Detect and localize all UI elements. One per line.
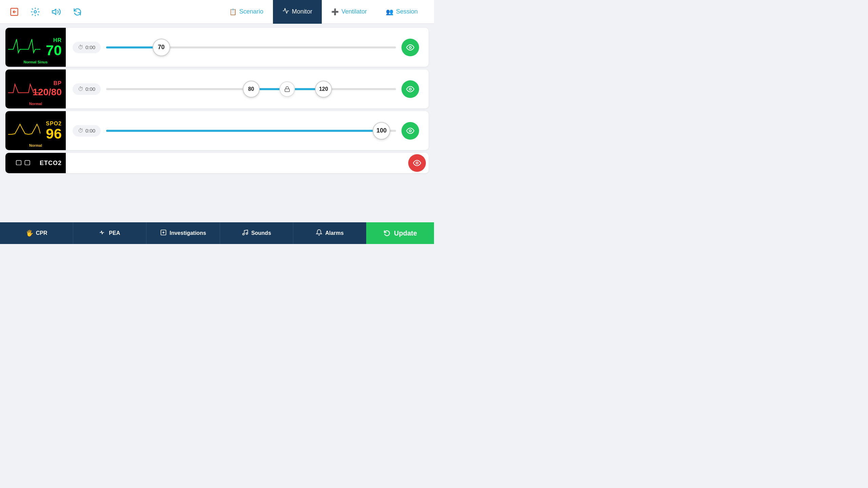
svg-point-1 xyxy=(34,11,37,13)
nav-tabs: 📋 Scenario Monitor ➕ Ventilator 👥 Sessio… xyxy=(220,0,427,24)
hr-monitor-card: HR 70 Normal Sinus xyxy=(5,28,66,67)
spo2-slider-track[interactable]: 100 xyxy=(106,130,396,132)
svg-rect-6 xyxy=(16,161,21,165)
hr-slider-track[interactable]: 70 xyxy=(106,46,396,48)
etco2-row: ETCO2 xyxy=(5,153,429,173)
main-content: HR 70 Normal Sinus ⏱ 0:00 70 xyxy=(0,24,434,222)
svg-point-13 xyxy=(246,232,248,234)
sounds-label: Sounds xyxy=(251,230,271,236)
spo2-timer-icon: ⏱ xyxy=(78,128,83,134)
bp-monitor-card: BP 120/80 Normal xyxy=(5,69,66,108)
investigations-button[interactable]: Investigations xyxy=(146,222,220,244)
hr-value: 70 xyxy=(46,43,62,58)
hr-status: Normal Sinus xyxy=(24,60,48,64)
cpr-label: CPR xyxy=(36,230,47,236)
refresh-button[interactable] xyxy=(70,4,85,19)
tab-scenario[interactable]: 📋 Scenario xyxy=(220,0,273,24)
bottom-bar: 🖐 CPR PEA Investigations xyxy=(0,222,434,244)
tab-monitor[interactable]: Monitor xyxy=(273,0,322,24)
spo2-timer[interactable]: ⏱ 0:00 xyxy=(73,125,101,137)
header: 📋 Scenario Monitor ➕ Ventilator 👥 Sessio… xyxy=(0,0,434,24)
cpr-icon: 🖐 xyxy=(26,229,33,237)
bp-eye-button[interactable] xyxy=(401,80,419,98)
update-button[interactable]: Update xyxy=(366,222,434,244)
spo2-value: 96 xyxy=(46,127,62,141)
bp-timer-icon: ⏱ xyxy=(78,86,83,92)
session-icon: 👥 xyxy=(386,8,393,16)
bp-timer[interactable]: ⏱ 0:00 xyxy=(73,83,101,95)
spo2-monitor-card: SPO2 96 Normal xyxy=(5,111,66,150)
svg-rect-3 xyxy=(285,89,290,92)
bp-status: Normal xyxy=(29,102,42,106)
sounds-icon xyxy=(242,229,249,238)
sound-button[interactable] xyxy=(49,4,64,19)
bp-controls: ⏱ 0:00 80 xyxy=(66,80,429,98)
update-label: Update xyxy=(394,229,417,237)
settings-button[interactable] xyxy=(28,4,43,19)
spo2-slider-container: 100 xyxy=(106,130,396,132)
tab-ventilator[interactable]: ➕ Ventilator xyxy=(322,0,376,24)
pea-button[interactable]: PEA xyxy=(73,222,146,244)
monitor-icon xyxy=(282,7,289,16)
etco2-monitor-card: ETCO2 xyxy=(5,153,66,173)
spo2-slider-thumb[interactable]: 100 xyxy=(373,122,390,140)
bp-high-thumb[interactable]: 120 xyxy=(315,81,332,98)
spo2-slider-fill xyxy=(106,130,381,132)
svg-point-2 xyxy=(409,46,411,48)
exit-button[interactable] xyxy=(7,4,22,19)
tab-scenario-label: Scenario xyxy=(239,8,263,15)
hr-eye-button[interactable] xyxy=(401,39,419,56)
ventilator-icon: ➕ xyxy=(331,8,339,16)
alarms-button[interactable]: Alarms xyxy=(293,222,366,244)
hr-timer-icon: ⏱ xyxy=(78,44,83,50)
svg-point-8 xyxy=(416,162,418,164)
spo2-waveform xyxy=(8,121,40,141)
hr-timer-value: 0:00 xyxy=(85,44,95,50)
bottom-actions: 🖐 CPR PEA Investigations xyxy=(0,222,366,244)
tab-monitor-label: Monitor xyxy=(292,8,312,15)
cpr-button[interactable]: 🖐 CPR xyxy=(0,222,73,244)
investigations-icon xyxy=(160,229,167,238)
scenario-icon: 📋 xyxy=(229,8,237,16)
etco2-label: ETCO2 xyxy=(40,160,62,167)
bp-low-thumb[interactable]: 80 xyxy=(243,81,260,98)
svg-point-5 xyxy=(409,130,411,132)
etco2-eye-button[interactable] xyxy=(408,154,426,172)
hr-slider-thumb[interactable]: 70 xyxy=(153,39,170,56)
bp-label: BP xyxy=(54,80,62,86)
hr-timer[interactable]: ⏱ 0:00 xyxy=(73,42,101,53)
svg-point-4 xyxy=(409,88,411,90)
alarms-label: Alarms xyxy=(325,230,343,236)
tab-ventilator-label: Ventilator xyxy=(341,8,367,15)
spo2-controls: ⏱ 0:00 100 xyxy=(66,122,429,140)
investigations-label: Investigations xyxy=(170,230,206,236)
bp-track[interactable]: 80 120 xyxy=(106,88,396,90)
hr-controls: ⏱ 0:00 70 xyxy=(66,39,429,56)
pea-label: PEA xyxy=(109,230,120,236)
header-icon-group xyxy=(7,4,216,19)
spo2-row: SPO2 96 Normal ⏱ 0:00 100 xyxy=(5,111,429,150)
hr-row: HR 70 Normal Sinus ⏱ 0:00 70 xyxy=(5,28,429,67)
hr-waveform xyxy=(8,37,40,57)
spo2-eye-button[interactable] xyxy=(401,122,419,140)
spo2-status: Normal xyxy=(29,143,42,147)
alarms-icon xyxy=(316,229,322,238)
sounds-button[interactable]: Sounds xyxy=(220,222,293,244)
bp-row: BP 120/80 Normal ⏱ 0:00 80 xyxy=(5,69,429,108)
pea-icon xyxy=(99,229,106,238)
svg-point-12 xyxy=(242,233,244,235)
tab-session[interactable]: 👥 Session xyxy=(376,0,427,24)
spo2-timer-value: 0:00 xyxy=(85,128,95,134)
svg-rect-7 xyxy=(25,161,30,165)
tab-session-label: Session xyxy=(396,8,418,15)
bp-lock-icon[interactable] xyxy=(279,81,295,97)
hr-slider-container: 70 xyxy=(106,46,396,48)
bp-slider-container: 80 120 xyxy=(106,88,396,90)
bp-waveform xyxy=(8,79,40,99)
etco2-waveform xyxy=(8,156,40,170)
bp-timer-value: 0:00 xyxy=(85,86,95,92)
